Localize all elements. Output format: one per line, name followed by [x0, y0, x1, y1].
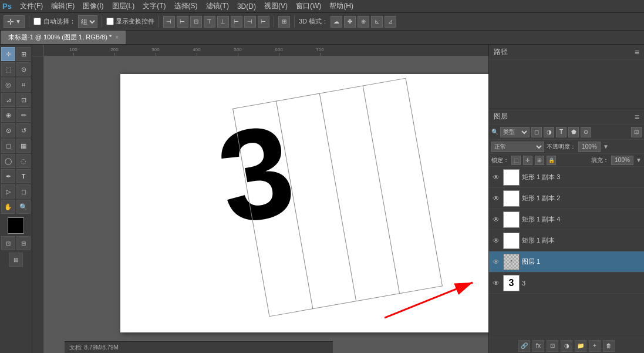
- 3d-orbit-icon[interactable]: ⊕: [358, 16, 369, 28]
- menu-filter[interactable]: 滤镜(T): [203, 0, 232, 12]
- 3d-pan-icon[interactable]: ✤: [344, 16, 356, 28]
- gradient-tool[interactable]: ▦: [16, 139, 31, 153]
- lasso-tool[interactable]: ⊙: [16, 62, 31, 76]
- path-selection-tool[interactable]: ▷: [1, 184, 15, 199]
- add-style-btn[interactable]: fx: [532, 340, 544, 352]
- layer-filter-smart-btn[interactable]: ⊙: [581, 127, 591, 137]
- text-tool[interactable]: T: [16, 169, 31, 183]
- layer-filter-pixel-btn[interactable]: ◻: [531, 127, 542, 137]
- layer-eye-rect-copy[interactable]: 👁: [491, 236, 501, 246]
- eyedropper-tool[interactable]: ⊿: [1, 93, 15, 107]
- align-left-icon[interactable]: ⊣: [163, 16, 175, 28]
- layer-eye-rect-copy4[interactable]: 👁: [491, 215, 501, 224]
- crop-tool[interactable]: ⌗: [16, 78, 31, 92]
- quick-mask-btn[interactable]: ⊟: [16, 236, 31, 250]
- history-brush-tool[interactable]: ↺: [16, 123, 31, 137]
- layer-filter-toggle[interactable]: ⊡: [631, 127, 642, 137]
- blend-mode-select[interactable]: 正常: [491, 142, 544, 152]
- menu-layer[interactable]: 图层(L): [109, 0, 139, 12]
- toolbar-separator-2: [102, 16, 102, 28]
- layer-eye-3[interactable]: 👁: [491, 278, 501, 288]
- layer-eye-layer1[interactable]: 👁: [491, 257, 501, 267]
- menu-edit[interactable]: 编辑(E): [48, 0, 78, 12]
- toolbar-separator-5: [294, 16, 295, 28]
- zoom-tool[interactable]: 🔍: [16, 200, 31, 214]
- distribute-v-icon[interactable]: ⊢: [258, 16, 269, 28]
- fill-input[interactable]: [611, 156, 633, 165]
- layers-panel-header: 图层 ≡: [489, 109, 644, 125]
- link-layers-btn[interactable]: 🔗: [518, 340, 530, 352]
- opacity-arrow[interactable]: ▼: [603, 143, 609, 150]
- tool-row-colors: [1, 217, 31, 234]
- move-tool[interactable]: ✛: [1, 47, 15, 61]
- layer-filter-shape-btn[interactable]: ⬟: [568, 127, 579, 137]
- layer-item-rect-copy4[interactable]: 👁 矩形 1 副本 4: [489, 209, 644, 230]
- stamp-tool[interactable]: ⊙: [1, 123, 15, 137]
- show-transform-checkbox[interactable]: [106, 18, 114, 25]
- new-layer-btn[interactable]: +: [589, 340, 601, 352]
- layer-item-rect-copy[interactable]: 👁 矩形 1 副本: [489, 230, 644, 251]
- menu-text[interactable]: 文字(T): [139, 0, 169, 12]
- eraser-tool[interactable]: ◻: [1, 139, 15, 153]
- menu-image[interactable]: 图像(I): [79, 0, 107, 12]
- align-right-icon[interactable]: ⊡: [190, 16, 202, 28]
- opacity-input[interactable]: [578, 142, 601, 152]
- layer-item-rect-copy2[interactable]: 👁 矩形 1 副本 2: [489, 188, 644, 209]
- fill-arrow[interactable]: ▼: [636, 157, 642, 163]
- blur-tool[interactable]: ◌: [16, 154, 31, 168]
- distribute-h-icon[interactable]: ⊣: [244, 16, 256, 28]
- artboard-tool[interactable]: ⊞: [16, 47, 31, 61]
- lock-all-btn[interactable]: 🔒: [547, 156, 556, 165]
- path-panel-header: 路径 ≡: [489, 45, 644, 60]
- layers-panel-menu-btn[interactable]: ≡: [635, 112, 639, 122]
- spot-healing-tool[interactable]: ⊕: [1, 108, 15, 122]
- shape-tool[interactable]: ◻: [16, 184, 31, 199]
- add-mask-btn[interactable]: ⊡: [547, 340, 558, 352]
- 3d-scale-icon[interactable]: ⊿: [385, 16, 396, 28]
- active-tab[interactable]: 未标题-1 @ 100% (图层 1, RGB/8) * ×: [1, 31, 126, 44]
- menu-help[interactable]: 帮助(H): [326, 0, 357, 12]
- menu-window[interactable]: 窗口(W): [292, 0, 325, 12]
- screen-mode-btn[interactable]: ⊞: [9, 253, 23, 267]
- pen-tool[interactable]: ✒: [1, 169, 15, 183]
- dodge-tool[interactable]: ◯: [1, 154, 15, 168]
- layer-filter-adj-btn[interactable]: ◑: [544, 127, 554, 137]
- menu-3d[interactable]: 3D(D): [234, 1, 259, 12]
- hand-tool[interactable]: ✋: [1, 200, 15, 214]
- menu-select[interactable]: 选择(S): [171, 0, 201, 12]
- align-top-icon[interactable]: ⊤: [204, 16, 215, 28]
- tab-close-btn[interactable]: ×: [115, 34, 119, 41]
- marquee-tool[interactable]: ⬚: [1, 62, 15, 76]
- ruler-tool[interactable]: ⊡: [16, 93, 31, 107]
- lock-pixels-btn[interactable]: ⬚: [511, 156, 521, 165]
- brush-tool[interactable]: ✏: [16, 108, 31, 122]
- 3d-rotate-icon[interactable]: ☁: [331, 16, 342, 28]
- layer-eye-rect-copy3[interactable]: 👁: [491, 173, 501, 182]
- menu-file[interactable]: 文件(F): [16, 0, 46, 12]
- layer-item-rect-copy3[interactable]: 👁 矩形 1 副本 3: [489, 167, 644, 188]
- align-center-v-icon[interactable]: ⊥: [217, 16, 229, 28]
- arrange-icon[interactable]: ⊞: [278, 16, 290, 28]
- layer-item-layer1[interactable]: 👁 7 图层 1: [489, 251, 644, 273]
- layers-panel-title: 图层: [494, 112, 508, 122]
- layer-item-3[interactable]: 👁 3 3: [489, 273, 644, 294]
- align-bottom-icon[interactable]: ⊢: [231, 16, 242, 28]
- layer-eye-rect-copy2[interactable]: 👁: [491, 194, 501, 203]
- menu-view[interactable]: 视图(V): [261, 0, 291, 12]
- add-adjustment-btn[interactable]: ◑: [561, 340, 572, 352]
- lock-position-btn[interactable]: ✛: [523, 156, 532, 165]
- layer-type-filter[interactable]: 类型: [500, 127, 530, 137]
- align-center-h-icon[interactable]: ⊢: [177, 16, 188, 28]
- quick-selection-tool[interactable]: ◎: [1, 78, 15, 92]
- add-group-btn[interactable]: 📁: [575, 340, 586, 352]
- auto-select-checkbox[interactable]: [33, 18, 41, 25]
- standard-mode-btn[interactable]: ⊡: [1, 236, 15, 250]
- delete-layer-btn[interactable]: 🗑: [603, 340, 615, 352]
- lock-artboards-btn[interactable]: ⊞: [535, 156, 544, 165]
- foreground-color[interactable]: [8, 217, 24, 234]
- 3d-slide-icon[interactable]: ⊾: [371, 16, 383, 28]
- path-panel-menu-btn[interactable]: ≡: [635, 48, 639, 57]
- auto-select-dropdown[interactable]: 组: [78, 15, 97, 28]
- layer-filter-text-btn[interactable]: T: [556, 127, 567, 137]
- move-tool-btn[interactable]: ✛ ▼: [4, 15, 25, 28]
